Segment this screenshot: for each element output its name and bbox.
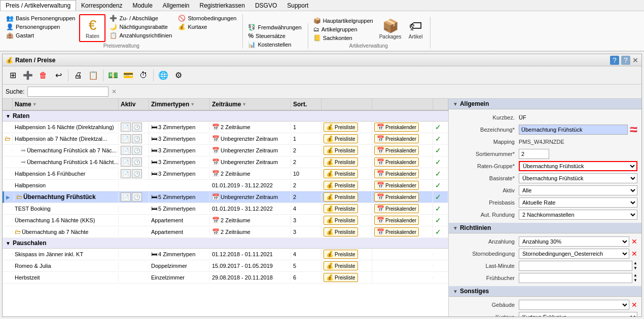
menu-support[interactable]: Support (282, 0, 313, 11)
td-preiskal[interactable]: 📅Preiskalender (372, 215, 433, 226)
td-preis[interactable]: 💰Preisliste (321, 180, 372, 191)
table-scroll-area[interactable]: ▼ Raten Halbpension 1-6 Nächte (Direktza… (3, 111, 448, 316)
section-pauschalen[interactable]: ▼ Pauschalen (3, 238, 448, 249)
th-zeitraeume[interactable]: Zeiträume▼ (210, 99, 291, 110)
menu-dsgvo[interactable]: DSGVO (250, 0, 282, 11)
toolbar-delete-btn[interactable]: 🗑 (36, 68, 50, 83)
td-preis[interactable]: 💰Preisliste (321, 122, 372, 133)
td-preiskal[interactable]: 📅Preiskalender (372, 122, 433, 133)
table-row[interactable]: TEST Booking 🛏5 Zimmertypen 01.01.2019 -… (3, 203, 448, 215)
th-zimmertypen[interactable]: Zimmertypen▼ (149, 99, 210, 110)
td-preiskal[interactable]: 📅Preiskalender (372, 133, 433, 144)
td-preiskal[interactable]: 📅Preiskalender (372, 156, 433, 168)
table-row[interactable]: ➡ Übernachtung Frühstück ab 7 Näc... 📄 🕐… (3, 145, 448, 156)
close-button[interactable]: ✕ (632, 56, 638, 64)
table-row[interactable]: Herbstzeit Einzelzimmer 29.08.2018 - 20.… (3, 272, 448, 284)
toolbar-grid-btn[interactable]: ⊞ (6, 68, 20, 83)
td-preiskal[interactable]: 📅Preiskalender (372, 203, 433, 214)
toolbar-add-btn[interactable]: ➕ (21, 68, 35, 83)
td-preiskal[interactable]: 📅Preiskalender (372, 180, 433, 191)
ribbon-gastart[interactable]: 🏨 Gastart (4, 31, 77, 39)
ribbon-sachkonten[interactable]: 📒 Sachkonten (311, 34, 375, 42)
table-row-selected[interactable]: ▶ 🗁Übernachtung Frühstück 📄 🕐 🛏5 Zimmert… (3, 191, 448, 203)
td-preis[interactable]: 💰Preisliste (321, 145, 372, 156)
panel-section-allgemein-header[interactable]: ▼ Allgemein (449, 99, 641, 109)
table-row[interactable]: 🗁Übernachtung ab 7 Nächte Appartement 📅2… (3, 226, 448, 238)
td-preiskal[interactable]: 📅Preiskalender (372, 145, 433, 156)
preisbasis-select[interactable]: Aktuelle Rate (519, 197, 637, 208)
toolbar-print-btn[interactable]: 🖨 (71, 68, 85, 83)
th-aktiv[interactable]: Aktiv (119, 99, 149, 110)
table-row[interactable]: ➡ Übernachtung Frühstück 1-6 Nächt... 📄 … (3, 156, 448, 168)
td-preis[interactable]: 💰Preisliste (321, 249, 372, 260)
ribbon-packages[interactable]: 📦 Packages (377, 17, 404, 41)
ribbon-basis-personengruppen[interactable]: 👥 Preis / Artikelverwaltung Basis Person… (4, 14, 77, 22)
menu-registrierkassen[interactable]: Registrierkassen (195, 0, 250, 11)
td-preis[interactable]: 💰Preisliste (321, 272, 372, 283)
gebaeude-delete-btn[interactable]: ✕ (631, 301, 637, 309)
td-preis[interactable]: 💰Preisliste (321, 215, 372, 226)
td-preis[interactable]: 💰Preisliste (321, 133, 372, 144)
help-icon[interactable]: ? (610, 56, 619, 65)
ribbon-kurtaxe[interactable]: 💰 Kurtaxe (176, 23, 238, 31)
td-preis[interactable]: 💰Preisliste (321, 226, 372, 237)
stornobedingung-delete-btn[interactable]: ✕ (631, 250, 637, 258)
panel-section-richtlinien-header[interactable]: ▼ Richtlinien (449, 223, 641, 233)
fruehbucher-up-btn[interactable]: ▲ (633, 273, 637, 278)
anzahlung-select[interactable]: Anzahlung 30% (519, 236, 629, 247)
td-preiskal[interactable]: 📅Preiskalender (372, 226, 433, 237)
ribbon-artikel[interactable]: 🏷 Artikel (406, 17, 426, 41)
td-preiskal[interactable]: 📅Preiskalender (372, 168, 433, 179)
toolbar-settings-btn[interactable]: ⚙ (171, 68, 186, 83)
ribbon-artikelgruppen[interactable]: 🗂 Artikelgruppen (311, 25, 375, 33)
sortiernummer-input[interactable] (519, 149, 549, 159)
td-preis[interactable]: 💰Preisliste (321, 260, 372, 271)
lastminute-up-btn[interactable]: ▲ (633, 261, 637, 266)
table-row[interactable]: 🗁 Halbpension ab 7 Nächte (Direktzal... … (3, 133, 448, 145)
menu-preis-artikelverwaltung[interactable]: Preis / Artikelverwaltung (0, 0, 76, 11)
menu-module[interactable]: Module (127, 0, 157, 11)
td-preiskal[interactable]: 📅Preiskalender (372, 191, 433, 203)
table-row[interactable]: Romeo & Julia Doppelzimmer 15.09.2017 - … (3, 260, 448, 272)
td-preis[interactable]: 💰Preisliste (321, 203, 372, 214)
ribbon-zu-abschlaege[interactable]: ➕ Zu- / Abschläge (108, 14, 174, 22)
table-row[interactable]: Halbpension 1-6 Nächte (Direktzahlung) 📄… (3, 122, 448, 133)
ribbon-raten[interactable]: € Raten (79, 14, 105, 42)
ribbon-hauptartikelgruppen[interactable]: 📦 Hauptartikelgruppen (311, 17, 375, 25)
aktiv-select[interactable]: Alle (519, 185, 637, 195)
gebaeude-select[interactable] (519, 300, 629, 310)
table-row[interactable]: Übernachtung 1-6 Nächte (KKS) Appartemen… (3, 215, 448, 226)
section-raten[interactable]: ▼ Raten (3, 111, 448, 122)
menu-korrespondenz[interactable]: Korrespondenz (76, 0, 127, 11)
table-row[interactable]: Halbpension 01.01.2019 - 31.12.2022 2 💰P… (3, 180, 448, 191)
toolbar-money2-btn[interactable]: 💳 (121, 68, 135, 83)
ribbon-steuersaetze[interactable]: % Steuersätze (246, 32, 303, 40)
toolbar-globe-btn[interactable]: 🌐 (156, 68, 170, 83)
toolbar-export-btn[interactable]: 📋 (86, 68, 100, 83)
fruehbucher-down-btn[interactable]: ▼ (633, 278, 637, 283)
lastminute-down-btn[interactable]: ▼ (633, 266, 637, 271)
ribbon-fremdwaehrungen[interactable]: 💱 Fremdwährungen (246, 23, 303, 31)
toolbar-undo-btn[interactable]: ↩ (51, 68, 65, 83)
toolbar-money1-btn[interactable]: 💵 (106, 68, 120, 83)
fruehbucher-input[interactable] (519, 273, 632, 283)
help2-icon[interactable]: ? (621, 56, 630, 65)
search-clear-btn[interactable]: ✕ (112, 88, 117, 95)
kurtaxe-select[interactable]: Kurtaxe Exklusive (519, 312, 637, 316)
td-preis[interactable]: 💰Preisliste (321, 191, 372, 203)
table-row[interactable]: Skispass im Jänner inkl. KT 🛏4 Zimmertyp… (3, 249, 448, 260)
table-row[interactable]: Halbpension 1-6 Frühbucher 📄 🕐 🛏3 Zimmer… (3, 168, 448, 180)
td-preis[interactable]: 💰Preisliste (321, 168, 372, 179)
lastminute-input[interactable] (519, 261, 632, 271)
ribbon-kostenstellen[interactable]: 📊 Kostenstellen (246, 41, 303, 49)
th-name[interactable]: Name▼ (13, 99, 119, 110)
aut-rundung-select[interactable]: 2 Nachkommastellen (519, 210, 637, 220)
ribbon-personengruppen[interactable]: 👤 Personengruppen (4, 23, 77, 31)
menu-allgemein[interactable]: Allgemein (158, 0, 195, 11)
search-input[interactable] (27, 87, 109, 97)
panel-section-sonstiges-header[interactable]: ▼ Sonstiges (449, 286, 641, 297)
td-preis[interactable]: 💰Preisliste (321, 156, 372, 168)
toolbar-clock-btn[interactable]: ⏱ (136, 68, 151, 83)
ratengruppe-select[interactable]: Übernachtung Frühstück (519, 161, 637, 171)
ribbon-anzahlungsrichtlinien[interactable]: 📋 Anzahlungsrichtlinien (108, 31, 174, 39)
